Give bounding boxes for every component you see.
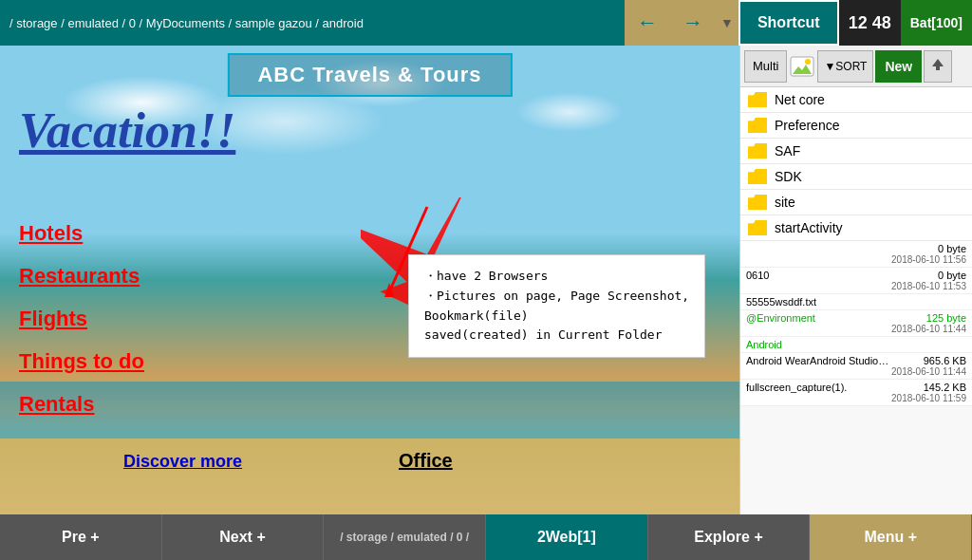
file-date: 2018-06-10 11:59 [891, 393, 966, 403]
rentals-link[interactable]: Rentals [19, 392, 94, 417]
tooltip-line4: saved(created) in Current Folder [424, 327, 662, 342]
things-to-do-link[interactable]: Things to do [19, 349, 144, 374]
file-size: 0 byte [938, 243, 966, 254]
file-name: Android WearAndroid Studio.jpg [746, 355, 891, 377]
sort-button[interactable]: ▼SORT [817, 50, 873, 83]
folder-list: Net core Preference SAF SDK site startAc… [740, 87, 972, 241]
vacation-headline: Vacation!! [19, 103, 235, 159]
browser-panel: ABC Travels & Tours Vacation!! Hotels Re… [0, 46, 739, 514]
file-size: 145.2 KB [924, 382, 966, 393]
file-item[interactable]: 0 byte 2018-06-10 11:56 [740, 241, 972, 268]
upload-icon [930, 57, 945, 72]
top-bar: / storage / emulated / 0 / MyDocuments /… [0, 0, 972, 46]
multi-button[interactable]: Multi [744, 50, 787, 83]
svg-marker-6 [932, 59, 944, 70]
folder-icon [748, 143, 767, 159]
svg-marker-2 [384, 283, 394, 297]
beach-water [0, 382, 739, 439]
file-name [746, 243, 891, 265]
file-item[interactable]: Android [740, 337, 972, 353]
folder-icon [748, 220, 767, 235]
file-name: 0610 [746, 270, 891, 291]
folder-item-site[interactable]: site [740, 190, 972, 215]
file-size: 125 byte [926, 312, 966, 324]
file-item[interactable]: Android WearAndroid Studio.jpg 965.6 KB … [740, 353, 972, 380]
file-list: 0 byte 2018-06-10 11:56 0610 0 byte 2018… [740, 241, 972, 514]
tooltip-line1: ・have 2 Browsers [424, 269, 548, 283]
file-date: 2018-06-10 11:44 [891, 324, 966, 334]
battery-display: Bat[100] [901, 0, 972, 46]
file-size: 0 byte [938, 270, 966, 281]
folder-icon [748, 92, 767, 107]
file-date: 2018-06-10 11:53 [891, 281, 966, 291]
site-title: ABC Travels & Tours [227, 53, 512, 97]
nav-back-button[interactable]: ← [625, 0, 670, 46]
flights-link[interactable]: Flights [19, 307, 87, 331]
file-name: fullscreen_capture(1). [746, 382, 891, 403]
folder-item-preference[interactable]: Preference [740, 113, 972, 139]
discover-more-link[interactable]: Discover more [123, 452, 242, 472]
right-panel: Multi ▼SORT New Net core [739, 46, 972, 514]
folder-name-netcore: Net core [775, 92, 825, 107]
tooltip-line3: Bookmark(file) [424, 308, 529, 323]
folder-name-startactivity: startActivity [775, 220, 843, 235]
folder-item-startactivity[interactable]: startActivity [740, 215, 972, 241]
main-area: ABC Travels & Tours Vacation!! Hotels Re… [0, 46, 972, 514]
folder-item-netcore[interactable]: Net core [740, 87, 972, 113]
menu-button[interactable]: Menu + [810, 514, 972, 560]
path-button[interactable]: / storage / emulated / 0 / [324, 514, 486, 560]
folder-icon [748, 169, 767, 184]
nav-dropdown-button[interactable]: ▼ [716, 0, 738, 46]
bottom-bar: Pre + Next + / storage / emulated / 0 / … [0, 514, 972, 560]
folder-item-sdk[interactable]: SDK [740, 164, 972, 190]
path-label: / storage / emulated / 0 / MyDocuments /… [0, 16, 625, 30]
folder-item-saf[interactable]: SAF [740, 139, 972, 164]
file-name: 55555wsddf.txt [746, 296, 966, 308]
file-item[interactable]: 0610 0 byte 2018-06-10 11:53 [740, 268, 972, 294]
restaurants-link[interactable]: Restaurants [19, 264, 140, 289]
folder-name-preference: Preference [775, 118, 839, 133]
file-size: 965.6 KB [924, 355, 966, 366]
file-item[interactable]: fullscreen_capture(1). 145.2 KB 2018-06-… [740, 380, 972, 406]
time-display: 12 48 [839, 0, 901, 46]
file-date: 2018-06-10 11:44 [891, 366, 966, 377]
pre-button[interactable]: Pre + [0, 514, 162, 560]
folder-icon [748, 118, 767, 133]
folder-name-site: site [775, 195, 795, 210]
file-name: @Environment [746, 312, 891, 334]
nav-forward-button[interactable]: → [670, 0, 716, 46]
right-toolbar: Multi ▼SORT New [740, 46, 972, 87]
vacation-background: ABC Travels & Tours Vacation!! Hotels Re… [0, 46, 739, 514]
folder-name-sdk: SDK [775, 169, 802, 184]
thumbnail-icon[interactable] [789, 53, 815, 80]
file-item[interactable]: 55555wsddf.txt [740, 294, 972, 310]
explore-button[interactable]: Explore + [648, 514, 811, 560]
hotels-link[interactable]: Hotels [19, 221, 83, 246]
svg-point-5 [805, 59, 811, 65]
tooltip-line2: ・Pictures on page, Page Screenshot, [424, 289, 689, 303]
shortcut-button[interactable]: Shortcut [738, 0, 839, 46]
file-date: 2018-06-10 11:56 [891, 254, 966, 265]
tooltip-box: ・have 2 Browsers ・Pictures on page, Page… [408, 254, 705, 358]
2web-button[interactable]: 2Web[1] [486, 514, 648, 560]
file-name: Android [746, 339, 966, 350]
file-item[interactable]: @Environment 125 byte 2018-06-10 11:44 [740, 310, 972, 337]
new-button[interactable]: New [875, 50, 922, 83]
folder-name-saf: SAF [775, 143, 800, 159]
upload-button[interactable] [924, 50, 952, 83]
folder-icon [748, 195, 767, 210]
next-button[interactable]: Next + [162, 514, 325, 560]
office-link[interactable]: Office [399, 450, 453, 472]
